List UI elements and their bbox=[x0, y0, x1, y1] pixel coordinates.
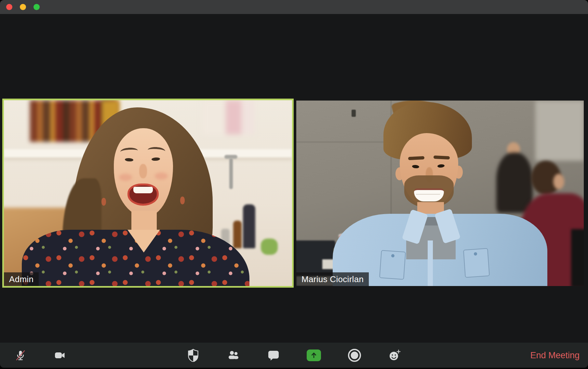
smiling-mouth bbox=[414, 188, 444, 201]
blush bbox=[119, 174, 132, 181]
faucet bbox=[229, 158, 233, 189]
eyebrow bbox=[434, 156, 450, 160]
reactions-button[interactable] bbox=[386, 346, 404, 364]
titlebar[interactable] bbox=[0, 0, 588, 14]
app-window: Admin bbox=[0, 0, 588, 368]
coworker-dark-shirt bbox=[496, 153, 533, 213]
smiley-plus-icon bbox=[388, 349, 401, 362]
security-shield-icon bbox=[187, 349, 200, 362]
eye bbox=[152, 157, 160, 161]
faucet-spout bbox=[224, 155, 237, 159]
record-button[interactable] bbox=[345, 346, 364, 364]
participant-name-label: Admin bbox=[4, 272, 39, 286]
microphone-muted-icon bbox=[14, 349, 27, 362]
video-feed-marius: Marius Ciocirlan bbox=[296, 101, 584, 286]
meeting-toolbar: End Meeting bbox=[0, 343, 588, 368]
zoom-window-button[interactable] bbox=[33, 4, 40, 10]
coworker-face bbox=[553, 174, 564, 189]
eye bbox=[125, 158, 134, 162]
shirt-placket bbox=[428, 240, 433, 286]
minimize-window-button[interactable] bbox=[20, 4, 26, 10]
far-wall bbox=[535, 101, 584, 161]
wall-mark bbox=[352, 110, 356, 117]
participants-button[interactable] bbox=[224, 346, 243, 364]
participant-name: Marius Ciocirlan bbox=[301, 274, 364, 284]
chat-button[interactable] bbox=[264, 346, 283, 364]
eyebrow bbox=[408, 156, 424, 160]
video-tile-admin[interactable]: Admin bbox=[2, 99, 294, 288]
earring bbox=[101, 198, 106, 206]
shirt-pocket bbox=[463, 248, 490, 278]
video-button[interactable] bbox=[51, 346, 69, 364]
meeting-app-screen: Admin bbox=[0, 0, 588, 369]
participant-name: Admin bbox=[9, 274, 33, 284]
close-window-button[interactable] bbox=[6, 4, 12, 10]
dark-bottle bbox=[243, 204, 255, 248]
share-screen-button[interactable] bbox=[305, 346, 323, 364]
green-jar bbox=[261, 239, 278, 255]
video-camera-icon bbox=[53, 349, 66, 362]
man-face bbox=[400, 133, 458, 208]
pocket-button bbox=[474, 252, 477, 256]
nose bbox=[139, 164, 147, 178]
end-meeting-button[interactable]: End Meeting bbox=[527, 348, 583, 362]
amber-bottle bbox=[233, 221, 242, 248]
eye bbox=[437, 164, 445, 168]
share-screen-up-arrow-icon bbox=[307, 349, 321, 361]
eyebrow bbox=[120, 147, 138, 156]
security-button[interactable] bbox=[184, 346, 202, 364]
video-stage: Admin bbox=[0, 14, 588, 343]
office-chair bbox=[571, 229, 584, 286]
participant-name-label: Marius Ciocirlan bbox=[296, 272, 369, 286]
chat-bubble-icon bbox=[267, 349, 280, 362]
eyebrow bbox=[147, 146, 165, 155]
blush bbox=[155, 172, 168, 180]
video-tile-marius[interactable]: Marius Ciocirlan bbox=[296, 101, 584, 286]
teeth bbox=[133, 187, 153, 193]
eye bbox=[412, 165, 420, 169]
mute-button[interactable] bbox=[11, 346, 30, 364]
pocket-button bbox=[391, 254, 395, 258]
laughing-mouth bbox=[127, 184, 159, 206]
participants-icon bbox=[227, 349, 240, 362]
video-feed-admin: Admin bbox=[4, 100, 292, 286]
earring bbox=[180, 197, 185, 204]
shirt-pocket bbox=[379, 250, 406, 280]
record-circle-icon bbox=[347, 348, 362, 362]
teeth-line bbox=[416, 194, 440, 195]
shelf-boxes bbox=[202, 100, 254, 134]
